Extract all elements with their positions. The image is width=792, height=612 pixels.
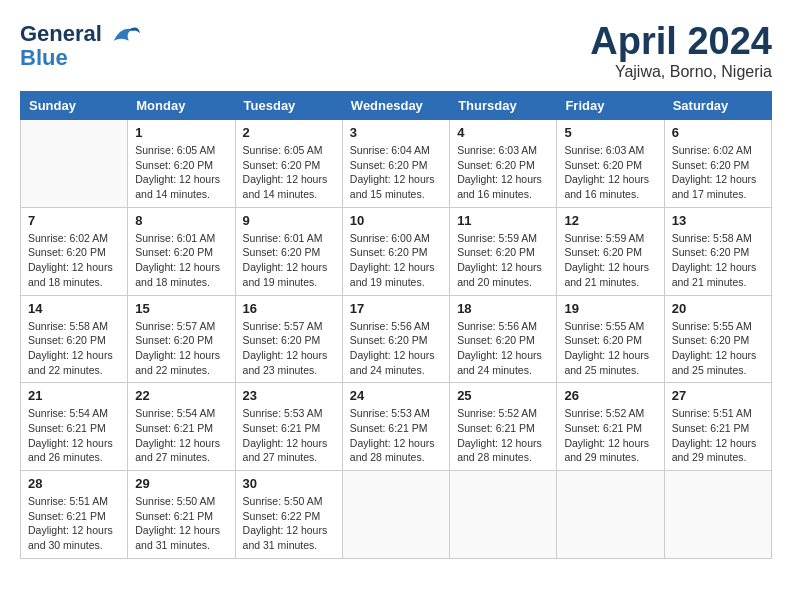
day-number: 24	[350, 388, 442, 403]
day-info: Sunrise: 6:03 AM Sunset: 6:20 PM Dayligh…	[457, 143, 549, 202]
calendar-cell	[21, 120, 128, 208]
calendar-table: SundayMondayTuesdayWednesdayThursdayFrid…	[20, 91, 772, 559]
calendar-cell	[450, 471, 557, 559]
day-number: 4	[457, 125, 549, 140]
day-info: Sunrise: 6:00 AM Sunset: 6:20 PM Dayligh…	[350, 231, 442, 290]
calendar-cell: 1Sunrise: 6:05 AM Sunset: 6:20 PM Daylig…	[128, 120, 235, 208]
title-block: April 2024 Yajiwa, Borno, Nigeria	[590, 20, 772, 81]
calendar-cell: 12Sunrise: 5:59 AM Sunset: 6:20 PM Dayli…	[557, 207, 664, 295]
day-number: 12	[564, 213, 656, 228]
day-info: Sunrise: 5:59 AM Sunset: 6:20 PM Dayligh…	[564, 231, 656, 290]
week-row-1: 1Sunrise: 6:05 AM Sunset: 6:20 PM Daylig…	[21, 120, 772, 208]
day-number: 5	[564, 125, 656, 140]
calendar-cell: 27Sunrise: 5:51 AM Sunset: 6:21 PM Dayli…	[664, 383, 771, 471]
day-number: 16	[243, 301, 335, 316]
calendar-cell: 7Sunrise: 6:02 AM Sunset: 6:20 PM Daylig…	[21, 207, 128, 295]
day-info: Sunrise: 6:02 AM Sunset: 6:20 PM Dayligh…	[28, 231, 120, 290]
weekday-header-monday: Monday	[128, 92, 235, 120]
week-row-4: 21Sunrise: 5:54 AM Sunset: 6:21 PM Dayli…	[21, 383, 772, 471]
calendar-cell: 21Sunrise: 5:54 AM Sunset: 6:21 PM Dayli…	[21, 383, 128, 471]
weekday-header-sunday: Sunday	[21, 92, 128, 120]
day-info: Sunrise: 5:59 AM Sunset: 6:20 PM Dayligh…	[457, 231, 549, 290]
calendar-cell	[664, 471, 771, 559]
day-info: Sunrise: 5:56 AM Sunset: 6:20 PM Dayligh…	[457, 319, 549, 378]
weekday-header-row: SundayMondayTuesdayWednesdayThursdayFrid…	[21, 92, 772, 120]
day-number: 22	[135, 388, 227, 403]
day-info: Sunrise: 5:58 AM Sunset: 6:20 PM Dayligh…	[672, 231, 764, 290]
day-info: Sunrise: 5:56 AM Sunset: 6:20 PM Dayligh…	[350, 319, 442, 378]
calendar-cell: 30Sunrise: 5:50 AM Sunset: 6:22 PM Dayli…	[235, 471, 342, 559]
day-info: Sunrise: 5:50 AM Sunset: 6:21 PM Dayligh…	[135, 494, 227, 553]
calendar-cell: 10Sunrise: 6:00 AM Sunset: 6:20 PM Dayli…	[342, 207, 449, 295]
day-info: Sunrise: 5:51 AM Sunset: 6:21 PM Dayligh…	[28, 494, 120, 553]
day-number: 2	[243, 125, 335, 140]
day-info: Sunrise: 5:50 AM Sunset: 6:22 PM Dayligh…	[243, 494, 335, 553]
calendar-cell: 18Sunrise: 5:56 AM Sunset: 6:20 PM Dayli…	[450, 295, 557, 383]
calendar-cell: 2Sunrise: 6:05 AM Sunset: 6:20 PM Daylig…	[235, 120, 342, 208]
day-info: Sunrise: 5:57 AM Sunset: 6:20 PM Dayligh…	[243, 319, 335, 378]
day-number: 11	[457, 213, 549, 228]
weekday-header-tuesday: Tuesday	[235, 92, 342, 120]
day-info: Sunrise: 5:55 AM Sunset: 6:20 PM Dayligh…	[564, 319, 656, 378]
day-number: 25	[457, 388, 549, 403]
calendar-cell	[342, 471, 449, 559]
weekday-header-thursday: Thursday	[450, 92, 557, 120]
day-number: 15	[135, 301, 227, 316]
day-number: 23	[243, 388, 335, 403]
calendar-cell: 15Sunrise: 5:57 AM Sunset: 6:20 PM Dayli…	[128, 295, 235, 383]
day-info: Sunrise: 6:01 AM Sunset: 6:20 PM Dayligh…	[243, 231, 335, 290]
day-number: 17	[350, 301, 442, 316]
week-row-2: 7Sunrise: 6:02 AM Sunset: 6:20 PM Daylig…	[21, 207, 772, 295]
calendar-cell: 25Sunrise: 5:52 AM Sunset: 6:21 PM Dayli…	[450, 383, 557, 471]
calendar-cell: 5Sunrise: 6:03 AM Sunset: 6:20 PM Daylig…	[557, 120, 664, 208]
day-info: Sunrise: 5:55 AM Sunset: 6:20 PM Dayligh…	[672, 319, 764, 378]
day-info: Sunrise: 5:52 AM Sunset: 6:21 PM Dayligh…	[457, 406, 549, 465]
day-info: Sunrise: 5:51 AM Sunset: 6:21 PM Dayligh…	[672, 406, 764, 465]
calendar-cell: 6Sunrise: 6:02 AM Sunset: 6:20 PM Daylig…	[664, 120, 771, 208]
day-info: Sunrise: 5:54 AM Sunset: 6:21 PM Dayligh…	[28, 406, 120, 465]
calendar-cell: 24Sunrise: 5:53 AM Sunset: 6:21 PM Dayli…	[342, 383, 449, 471]
calendar-cell: 20Sunrise: 5:55 AM Sunset: 6:20 PM Dayli…	[664, 295, 771, 383]
day-number: 28	[28, 476, 120, 491]
calendar-cell: 16Sunrise: 5:57 AM Sunset: 6:20 PM Dayli…	[235, 295, 342, 383]
calendar-cell: 23Sunrise: 5:53 AM Sunset: 6:21 PM Dayli…	[235, 383, 342, 471]
day-info: Sunrise: 6:05 AM Sunset: 6:20 PM Dayligh…	[135, 143, 227, 202]
month-title: April 2024	[590, 20, 772, 63]
calendar-cell: 9Sunrise: 6:01 AM Sunset: 6:20 PM Daylig…	[235, 207, 342, 295]
day-number: 10	[350, 213, 442, 228]
day-number: 9	[243, 213, 335, 228]
calendar-cell: 22Sunrise: 5:54 AM Sunset: 6:21 PM Dayli…	[128, 383, 235, 471]
calendar-cell: 29Sunrise: 5:50 AM Sunset: 6:21 PM Dayli…	[128, 471, 235, 559]
weekday-header-friday: Friday	[557, 92, 664, 120]
weekday-header-wednesday: Wednesday	[342, 92, 449, 120]
location: Yajiwa, Borno, Nigeria	[590, 63, 772, 81]
day-number: 21	[28, 388, 120, 403]
logo-bird-icon	[110, 20, 140, 50]
day-info: Sunrise: 6:04 AM Sunset: 6:20 PM Dayligh…	[350, 143, 442, 202]
day-number: 7	[28, 213, 120, 228]
week-row-3: 14Sunrise: 5:58 AM Sunset: 6:20 PM Dayli…	[21, 295, 772, 383]
day-number: 26	[564, 388, 656, 403]
day-info: Sunrise: 5:57 AM Sunset: 6:20 PM Dayligh…	[135, 319, 227, 378]
day-info: Sunrise: 5:53 AM Sunset: 6:21 PM Dayligh…	[350, 406, 442, 465]
calendar-cell: 8Sunrise: 6:01 AM Sunset: 6:20 PM Daylig…	[128, 207, 235, 295]
calendar-cell: 3Sunrise: 6:04 AM Sunset: 6:20 PM Daylig…	[342, 120, 449, 208]
day-info: Sunrise: 5:54 AM Sunset: 6:21 PM Dayligh…	[135, 406, 227, 465]
calendar-cell: 11Sunrise: 5:59 AM Sunset: 6:20 PM Dayli…	[450, 207, 557, 295]
day-info: Sunrise: 6:03 AM Sunset: 6:20 PM Dayligh…	[564, 143, 656, 202]
logo: General Blue	[20, 20, 140, 70]
weekday-header-saturday: Saturday	[664, 92, 771, 120]
day-number: 19	[564, 301, 656, 316]
page-header: General Blue April 2024 Yajiwa, Borno, N…	[20, 20, 772, 81]
day-number: 30	[243, 476, 335, 491]
calendar-cell: 13Sunrise: 5:58 AM Sunset: 6:20 PM Dayli…	[664, 207, 771, 295]
day-info: Sunrise: 6:05 AM Sunset: 6:20 PM Dayligh…	[243, 143, 335, 202]
logo-general: General	[20, 21, 102, 46]
day-info: Sunrise: 5:52 AM Sunset: 6:21 PM Dayligh…	[564, 406, 656, 465]
day-info: Sunrise: 5:58 AM Sunset: 6:20 PM Dayligh…	[28, 319, 120, 378]
day-info: Sunrise: 6:02 AM Sunset: 6:20 PM Dayligh…	[672, 143, 764, 202]
calendar-cell: 17Sunrise: 5:56 AM Sunset: 6:20 PM Dayli…	[342, 295, 449, 383]
day-number: 1	[135, 125, 227, 140]
calendar-cell: 19Sunrise: 5:55 AM Sunset: 6:20 PM Dayli…	[557, 295, 664, 383]
day-number: 14	[28, 301, 120, 316]
